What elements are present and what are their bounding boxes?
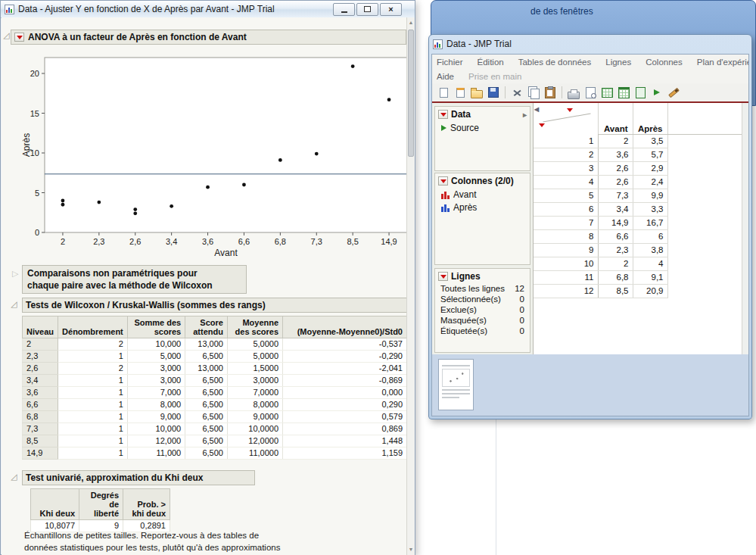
cell-avant[interactable]: 2,6 bbox=[598, 162, 633, 176]
cell-avant[interactable]: 14,9 bbox=[598, 217, 633, 230]
data-point[interactable] bbox=[133, 207, 137, 211]
print-preview-icon[interactable] bbox=[583, 86, 598, 100]
minimize-button[interactable] bbox=[333, 3, 355, 16]
wilcoxon-disclosure-icon[interactable]: ◿ bbox=[11, 299, 17, 309]
row-number[interactable]: 7 bbox=[534, 217, 598, 230]
fit-y-by-x-report-window[interactable]: Data - Ajuster Y en fonction de X de Apr… bbox=[0, 0, 415, 555]
tabulate-icon[interactable] bbox=[616, 86, 631, 100]
cell-avant[interactable]: 6,6 bbox=[598, 230, 633, 244]
jmp-data-table-window[interactable]: Data - JMP Trial Fichier Édition Tables … bbox=[428, 34, 752, 419]
column-item-apres[interactable]: Après bbox=[435, 201, 530, 214]
columns-menu-icon[interactable] bbox=[567, 108, 573, 112]
columns-panel-header[interactable]: Colonnes (2/0) bbox=[435, 173, 530, 188]
cell-apres[interactable]: 9,1 bbox=[633, 271, 667, 285]
cell-avant[interactable]: 3,6 bbox=[598, 148, 633, 162]
cell-apres[interactable]: 3,3 bbox=[633, 203, 667, 217]
row-number[interactable]: 2 bbox=[534, 148, 598, 162]
menu-aide[interactable]: Aide bbox=[437, 72, 454, 81]
data-window-titlebar[interactable]: Data - JMP Trial bbox=[429, 35, 751, 53]
rows-stat-hidden[interactable]: Masquée(s) 0 bbox=[435, 315, 530, 326]
cell-avant[interactable]: 6,8 bbox=[598, 271, 633, 285]
red-triangle-menu-icon[interactable] bbox=[438, 176, 448, 186]
row-number[interactable]: 5 bbox=[534, 189, 598, 203]
data-point[interactable] bbox=[206, 186, 210, 189]
panel-collapse-icon[interactable]: ▸ bbox=[523, 111, 527, 119]
cell-avant[interactable]: 2 bbox=[598, 135, 633, 148]
menu-fichier[interactable]: Fichier bbox=[437, 58, 463, 67]
cell-avant[interactable]: 2,6 bbox=[598, 176, 633, 189]
red-triangle-menu-icon[interactable] bbox=[438, 110, 448, 119]
formula-icon[interactable] bbox=[666, 86, 681, 100]
menu-lignes[interactable]: Lignes bbox=[605, 58, 631, 67]
column-item-avant[interactable]: Avant bbox=[435, 188, 530, 201]
report-window-titlebar[interactable]: Data - Ajuster Y en fonction de X de Apr… bbox=[1, 1, 415, 18]
wilcoxon-section-header[interactable]: Tests de Wilcoxon / Kruskal-Wallis (somm… bbox=[22, 298, 407, 313]
cell-apres[interactable]: 16,7 bbox=[633, 217, 667, 230]
run-script-icon[interactable] bbox=[649, 86, 664, 100]
data-point[interactable] bbox=[97, 201, 101, 204]
close-button[interactable]: × bbox=[380, 3, 402, 16]
cell-apres[interactable]: 3,5 bbox=[633, 135, 667, 148]
cell-apres[interactable]: 3,8 bbox=[633, 244, 667, 257]
data-point[interactable] bbox=[315, 152, 319, 156]
data-point[interactable] bbox=[61, 199, 65, 203]
data-grid-icon[interactable] bbox=[599, 86, 614, 100]
scroll-up-icon[interactable]: ▲ bbox=[407, 18, 415, 27]
row-number[interactable]: 4 bbox=[534, 176, 598, 189]
new-journal-icon[interactable] bbox=[453, 86, 468, 100]
data-point[interactable] bbox=[387, 98, 391, 101]
report-vertical-scrollbar[interactable]: ▲ ▼ bbox=[406, 17, 415, 555]
scroll-thumb[interactable] bbox=[408, 30, 414, 157]
rows-stat-selected[interactable]: Sélectionnée(s) 0 bbox=[435, 294, 530, 304]
oneway-anova-header[interactable]: ANOVA à un facteur de Après en fonction … bbox=[11, 30, 406, 45]
rows-stat-labelled[interactable]: Étiquetée(s) 0 bbox=[435, 326, 530, 336]
copy-icon[interactable] bbox=[526, 86, 541, 100]
menu-colonnes[interactable]: Colonnes bbox=[646, 58, 683, 67]
red-triangle-menu-icon[interactable] bbox=[14, 33, 24, 42]
cell-avant[interactable]: 2,3 bbox=[598, 244, 633, 257]
row-number[interactable]: 6 bbox=[534, 203, 598, 217]
row-number[interactable]: 3 bbox=[534, 162, 598, 176]
scroll-down-icon[interactable]: ▼ bbox=[407, 545, 415, 554]
maximize-button[interactable] bbox=[356, 3, 378, 16]
panel-splitter-icon[interactable]: ◀ bbox=[534, 106, 539, 113]
row-number[interactable]: 8 bbox=[534, 230, 598, 244]
cell-avant[interactable]: 3,4 bbox=[598, 203, 633, 217]
data-point[interactable] bbox=[133, 211, 137, 215]
excel-import-icon[interactable] bbox=[633, 86, 648, 100]
menu-edition[interactable]: Édition bbox=[478, 58, 504, 67]
save-icon[interactable] bbox=[486, 86, 501, 100]
cell-apres[interactable]: 6 bbox=[633, 230, 667, 244]
cell-apres[interactable]: 20,9 bbox=[633, 285, 667, 298]
grid-vertical-scrollbar[interactable] bbox=[742, 103, 748, 354]
row-number[interactable]: 12 bbox=[534, 285, 598, 298]
menu-tables[interactable]: Tables de données bbox=[518, 58, 592, 67]
data-point[interactable] bbox=[170, 204, 173, 208]
red-triangle-menu-icon[interactable] bbox=[438, 272, 448, 281]
open-icon[interactable] bbox=[469, 86, 484, 100]
cell-apres[interactable]: 2,4 bbox=[633, 176, 667, 189]
row-number[interactable]: 10 bbox=[534, 257, 598, 271]
menu-prise-en-main[interactable]: Prise en main bbox=[468, 72, 521, 81]
data-point[interactable] bbox=[61, 203, 65, 207]
cell-apres[interactable]: 5,7 bbox=[633, 148, 667, 162]
cell-avant[interactable]: 7,3 bbox=[598, 189, 633, 203]
rows-stat-excluded[interactable]: Exclue(s) 0 bbox=[435, 304, 530, 315]
cell-apres[interactable]: 9,9 bbox=[633, 189, 667, 203]
data-panel-header[interactable]: Data ▸ bbox=[435, 107, 530, 121]
row-number[interactable]: 11 bbox=[534, 271, 598, 285]
cell-apres[interactable]: 4 bbox=[633, 257, 667, 271]
cell-avant[interactable]: 2 bbox=[598, 257, 633, 271]
rows-panel-header[interactable]: Lignes bbox=[435, 269, 530, 283]
chi2-section-header[interactable]: Test univarié, approximation du Khi deux bbox=[22, 470, 255, 485]
grid-corner[interactable]: ◀ bbox=[534, 103, 598, 135]
report-thumbnail[interactable] bbox=[438, 359, 474, 410]
cut-icon[interactable] bbox=[509, 86, 524, 100]
print-icon[interactable] bbox=[566, 86, 581, 100]
report-disclosure-icon[interactable]: ◿ bbox=[3, 30, 9, 40]
collapsed-disclosure-icon[interactable]: ▷ bbox=[12, 269, 18, 279]
cell-apres[interactable]: 2,9 bbox=[633, 162, 667, 176]
data-point[interactable] bbox=[351, 64, 355, 68]
grid-column-header-apres[interactable]: Après bbox=[633, 103, 667, 135]
row-number[interactable]: 9 bbox=[534, 244, 598, 257]
